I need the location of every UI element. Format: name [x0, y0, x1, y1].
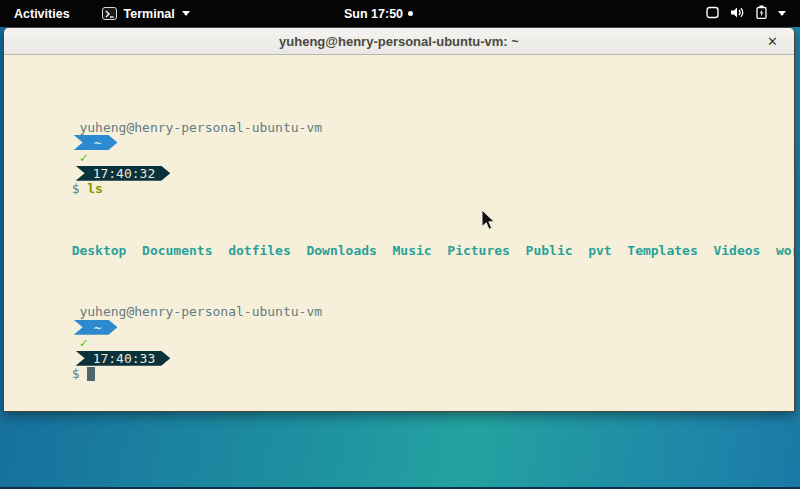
close-icon[interactable]: ✕ — [764, 33, 781, 50]
top-bar: Activities Terminal Sun 17:50 — [0, 0, 800, 27]
powerline-time-segment: 17:40:33 — [76, 351, 171, 366]
app-menu-terminal[interactable]: Terminal — [102, 7, 190, 21]
chevron-down-icon — [182, 11, 190, 16]
terminal-window: yuheng@henry-personal-ubuntu-vm: ~ ✕ yuh… — [3, 27, 795, 412]
powerline-time-segment: 17:40:32 — [76, 166, 171, 181]
window-title: yuheng@henry-personal-ubuntu-vm: ~ — [279, 34, 519, 49]
terminal-app-icon — [102, 7, 117, 20]
system-menu-chevron — [778, 11, 786, 16]
ls-output-line: Desktop Documents dotfiles Downloads Mus… — [9, 227, 794, 242]
directory-list: Desktop Documents dotfiles Downloads Mus… — [72, 243, 795, 258]
prompt-host: yuheng@henry-personal-ubuntu-vm — [72, 120, 322, 135]
terminal-cursor — [87, 367, 95, 381]
powerline-path-segment: ~ — [74, 320, 118, 335]
screen-icon — [706, 6, 719, 22]
window-titlebar[interactable]: yuheng@henry-personal-ubuntu-vm: ~ ✕ — [4, 28, 794, 55]
notification-dot — [408, 11, 413, 16]
command-text: ls — [87, 181, 103, 196]
desktop: Activities Terminal Sun 17:50 — [0, 0, 800, 489]
system-status-area[interactable] — [702, 0, 790, 27]
prompt-line-2: yuheng@henry-personal-ubuntu-vm ~ ✓ 17:4… — [9, 289, 794, 304]
clock-label: Sun 17:50 — [344, 7, 403, 21]
prompt-line-1: yuheng@henry-personal-ubuntu-vm ~ ✓ 17:4… — [9, 104, 794, 119]
powerline-path-segment: ~ — [74, 135, 118, 150]
status-check-icon: ✓ — [72, 150, 91, 165]
prompt-char: $ — [72, 366, 88, 381]
terminal-content[interactable]: yuheng@henry-personal-ubuntu-vm ~ ✓ 17:4… — [4, 56, 794, 411]
activities-button[interactable]: Activities — [10, 5, 74, 23]
status-check-icon: ✓ — [72, 335, 91, 350]
volume-icon — [730, 6, 745, 22]
clock-button[interactable]: Sun 17:50 — [344, 0, 413, 27]
battery-charging-icon — [756, 5, 767, 22]
prompt-host: yuheng@henry-personal-ubuntu-vm — [72, 304, 322, 319]
prompt-char: $ — [72, 181, 88, 196]
app-menu-label: Terminal — [124, 7, 175, 21]
